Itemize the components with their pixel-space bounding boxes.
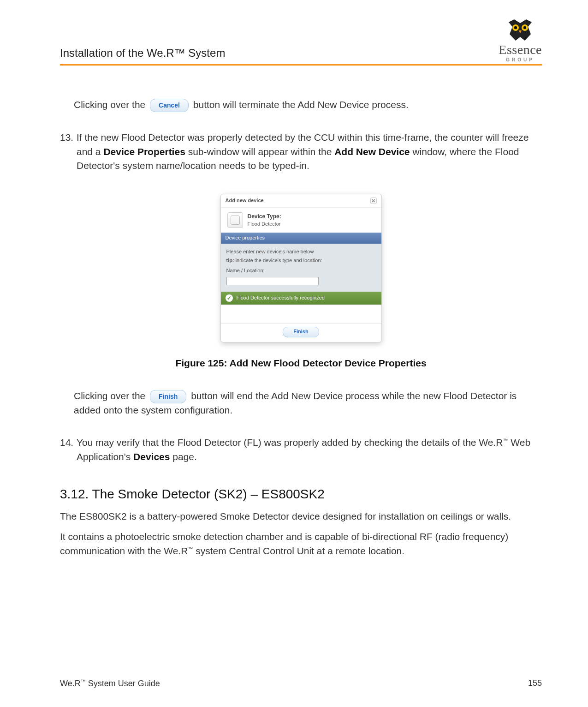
tip-text: indicate the device's type and location:: [234, 258, 322, 263]
text: Clicking over the: [74, 99, 148, 110]
bold-text: Add New Device: [334, 146, 410, 157]
tm-sup: ™: [188, 546, 193, 551]
dialog-titlebar: Add new device ✕: [221, 194, 381, 208]
step-number: 14.: [60, 436, 74, 464]
page-number: 155: [528, 678, 542, 689]
dialog-spacer: [221, 305, 381, 323]
device-type-text: Device Type: Flood Detector: [248, 213, 281, 228]
device-properties-header: Device properties: [221, 233, 381, 244]
dialog-title: Add new device: [226, 197, 264, 204]
text: You may verify that the Flood Detector (…: [77, 437, 503, 448]
figure-caption: Figure 125: Add New Flood Detector Devic…: [60, 356, 542, 370]
finish-button-image: Finish: [150, 390, 186, 403]
dialog-footer: Finish: [221, 323, 381, 342]
recognized-text: Flood Detector successfully recognized: [237, 294, 325, 302]
finish-button[interactable]: Finish: [283, 327, 319, 337]
step-body: You may verify that the Flood Detector (…: [77, 436, 542, 464]
step-14: 14. You may verify that the Flood Detect…: [60, 436, 542, 464]
bold-text: Device Properties: [103, 146, 185, 157]
figure-125: Add new device ✕ Device Type: Flood Dete…: [60, 194, 542, 371]
device-type-row: Device Type: Flood Detector: [221, 208, 381, 233]
section-heading-3-12: 3.12. The Smoke Detector (SK2) – ES800SK…: [60, 485, 542, 504]
step-number: 13.: [60, 131, 74, 173]
device-type-value: Flood Detector: [248, 221, 281, 227]
text: system Central Control Unit at a remote …: [193, 545, 404, 556]
owl-icon: [504, 18, 536, 42]
hint-line-2: tip: indicate the device's type and loca…: [226, 257, 376, 264]
device-properties-body: Please enter new device's name below tip…: [221, 244, 381, 292]
step-body: If the new Flood Detector was properly d…: [77, 131, 542, 173]
flood-detector-icon: [227, 212, 243, 228]
text: We.R: [60, 679, 81, 688]
section-p1: The ES800SK2 is a battery-powered Smoke …: [60, 509, 542, 523]
cancel-paragraph: Clicking over the Cancel button will ter…: [74, 98, 542, 112]
section-p2: It contains a photoelectric smoke detect…: [60, 530, 542, 558]
name-location-label: Name / Location:: [226, 267, 376, 275]
tm-sup: ™: [503, 437, 508, 443]
brand-logo: Essence GROUP: [499, 18, 542, 62]
text: Clicking over the: [74, 390, 148, 401]
text: sub-window will appear within the: [185, 146, 334, 157]
brand-sub: GROUP: [506, 57, 535, 62]
page-footer: We.R™ System User Guide 155: [60, 678, 542, 689]
checkmark-icon: ✓: [226, 294, 233, 302]
header-title: Installation of the We.R™ System: [60, 47, 225, 62]
footer-left: We.R™ System User Guide: [60, 678, 160, 689]
recognized-banner: ✓ Flood Detector successfully recognized: [221, 292, 381, 305]
bold-text: Devices: [133, 451, 170, 462]
svg-point-3: [523, 26, 526, 29]
text: page.: [170, 451, 196, 462]
hint-line-1: Please enter new device's name below: [226, 248, 376, 256]
finish-paragraph: Clicking over the Finish button will end…: [74, 389, 542, 418]
tip-label: tip:: [226, 258, 234, 263]
tm-sup: ™: [81, 678, 86, 684]
text: button will terminate the Add New Device…: [193, 99, 409, 110]
cancel-button-image: Cancel: [150, 99, 189, 112]
step-13: 13. If the new Flood Detector was proper…: [60, 131, 542, 173]
add-device-dialog: Add new device ✕ Device Type: Flood Dete…: [220, 194, 382, 342]
brand-name: Essence: [499, 42, 542, 57]
page-header: Installation of the We.R™ System Essence…: [60, 18, 542, 66]
page-content: Clicking over the Cancel button will ter…: [60, 98, 542, 558]
svg-point-2: [514, 26, 517, 29]
text: System User Guide: [86, 679, 160, 688]
close-icon[interactable]: ✕: [370, 198, 377, 204]
device-type-label: Device Type:: [248, 213, 281, 221]
name-location-input[interactable]: [226, 277, 319, 285]
